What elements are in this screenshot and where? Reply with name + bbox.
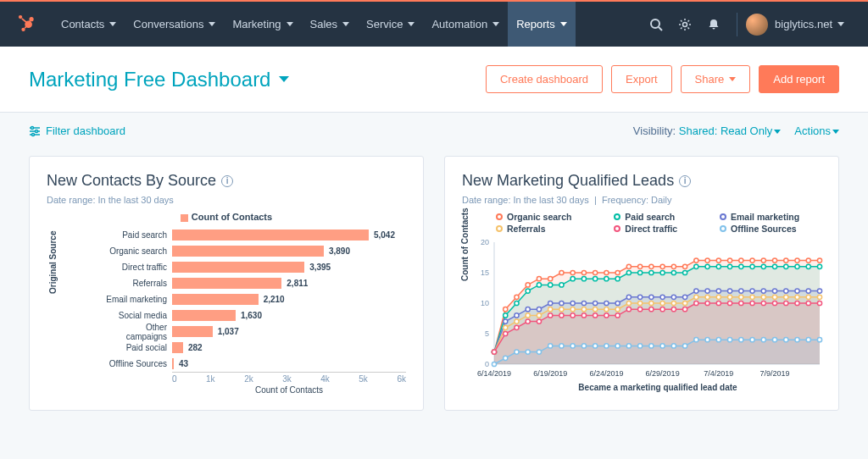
create-dashboard-button[interactable]: Create dashboard: [486, 65, 603, 93]
svg-point-121: [581, 307, 586, 312]
svg-point-9: [683, 22, 687, 26]
nav-item-contacts[interactable]: Contacts: [53, 2, 125, 47]
nav-item-service[interactable]: Service: [358, 2, 423, 47]
actions-dropdown[interactable]: Actions: [794, 124, 839, 137]
bar-row: Organic search3,890: [104, 243, 406, 259]
nav-item-conversations[interactable]: Conversations: [125, 2, 224, 47]
svg-point-85: [515, 313, 519, 318]
svg-point-168: [772, 301, 776, 305]
svg-point-141: [806, 295, 810, 299]
svg-text:20: 20: [481, 238, 489, 246]
svg-point-109: [784, 289, 788, 293]
avatar[interactable]: [746, 14, 768, 36]
x-axis-ticks: 01k2k3k4k5k6k: [172, 372, 406, 384]
account-switcher[interactable]: biglytics.net: [768, 2, 853, 47]
legend-item[interactable]: Email marketing: [720, 212, 821, 222]
svg-point-35: [626, 264, 631, 268]
bar-value: 5,042: [369, 230, 395, 240]
svg-point-38: [660, 264, 665, 268]
filter-dashboard-button[interactable]: Filter dashboard: [29, 124, 125, 137]
bar-category: Email marketing: [104, 295, 172, 304]
gear-icon[interactable]: [677, 17, 693, 32]
nav-item-automation[interactable]: Automation: [423, 2, 508, 47]
bar-category: Paid social: [104, 343, 172, 352]
svg-point-177: [537, 350, 541, 354]
svg-point-70: [683, 270, 687, 274]
nav-item-sales[interactable]: Sales: [302, 2, 359, 47]
bar-fill[interactable]: [172, 246, 324, 257]
svg-point-99: [671, 295, 676, 299]
bell-icon[interactable]: [706, 17, 721, 32]
svg-point-65: [626, 270, 631, 274]
svg-text:0: 0: [485, 360, 489, 368]
svg-point-145: [515, 325, 519, 329]
x-axis-label: Became a marketing qualified lead date: [494, 383, 821, 392]
svg-point-182: [593, 344, 598, 348]
svg-point-122: [593, 307, 598, 312]
nav-item-marketing[interactable]: Marketing: [224, 2, 301, 47]
info-icon[interactable]: i: [221, 175, 233, 187]
svg-point-127: [649, 301, 654, 305]
svg-point-78: [772, 264, 776, 268]
add-report-button[interactable]: Add report: [759, 65, 839, 93]
bar-fill[interactable]: [172, 294, 259, 305]
card-title: New Contacts By Sourcei: [47, 172, 406, 190]
legend-item[interactable]: Offline Sources: [720, 224, 821, 234]
hubspot-logo[interactable]: [15, 12, 37, 36]
svg-point-29: [559, 270, 564, 274]
svg-point-196: [750, 338, 754, 342]
svg-point-192: [705, 338, 709, 342]
legend-item[interactable]: Paid search: [614, 212, 699, 222]
svg-point-160: [683, 307, 687, 312]
legend-item[interactable]: Referrals: [496, 224, 593, 234]
svg-point-77: [761, 264, 765, 268]
bar-value: 43: [174, 359, 188, 368]
bar-fill[interactable]: [172, 310, 236, 321]
bar-fill[interactable]: [172, 342, 183, 353]
svg-text:6/14/2019: 6/14/2019: [477, 369, 511, 378]
bar-row: Direct traffic3,395: [104, 259, 406, 275]
svg-point-189: [671, 344, 676, 348]
svg-point-27: [537, 277, 541, 281]
svg-point-174: [504, 356, 508, 360]
bar-fill[interactable]: [172, 262, 304, 273]
nav-item-reports[interactable]: Reports: [508, 2, 576, 47]
page-title[interactable]: Marketing Free Dashboard: [29, 68, 289, 91]
svg-point-142: [817, 295, 821, 299]
export-button[interactable]: Export: [611, 65, 672, 93]
svg-point-31: [581, 270, 586, 274]
legend-item[interactable]: Organic search: [496, 212, 593, 222]
x-axis-label: Count of Contacts: [172, 385, 406, 395]
bar-row: Other campaigns1,037: [104, 324, 406, 340]
svg-text:6/19/2019: 6/19/2019: [533, 369, 567, 378]
card-meta: Date range: In the last 30 days | Freque…: [462, 195, 821, 205]
bar-value: 1,037: [213, 327, 239, 336]
search-icon[interactable]: [648, 17, 664, 32]
visibility-value[interactable]: Shared: Read Only: [679, 124, 782, 137]
card-new-contacts-by-source: New Contacts By Sourcei Date range: In t…: [29, 156, 424, 411]
info-icon[interactable]: i: [679, 175, 691, 187]
svg-point-0: [19, 15, 22, 19]
svg-point-118: [548, 307, 553, 312]
svg-point-36: [638, 264, 643, 268]
svg-point-190: [683, 344, 687, 348]
bar-fill[interactable]: [172, 278, 281, 289]
svg-point-105: [739, 289, 743, 293]
svg-point-103: [716, 289, 721, 293]
svg-point-74: [727, 264, 732, 268]
svg-point-126: [638, 301, 643, 305]
bar-fill[interactable]: [172, 230, 369, 241]
svg-point-56: [526, 289, 530, 293]
svg-point-60: [570, 277, 575, 281]
svg-point-50: [795, 258, 799, 263]
svg-point-91: [581, 301, 586, 305]
svg-point-30: [570, 270, 575, 274]
legend-item[interactable]: Direct traffic: [614, 224, 699, 234]
svg-point-13: [31, 126, 34, 129]
svg-point-162: [705, 301, 709, 305]
bar-category: Other campaigns: [104, 323, 172, 341]
svg-point-98: [660, 295, 665, 299]
share-button[interactable]: Share: [681, 65, 751, 93]
bar-fill[interactable]: [172, 326, 213, 337]
svg-point-64: [615, 277, 620, 281]
